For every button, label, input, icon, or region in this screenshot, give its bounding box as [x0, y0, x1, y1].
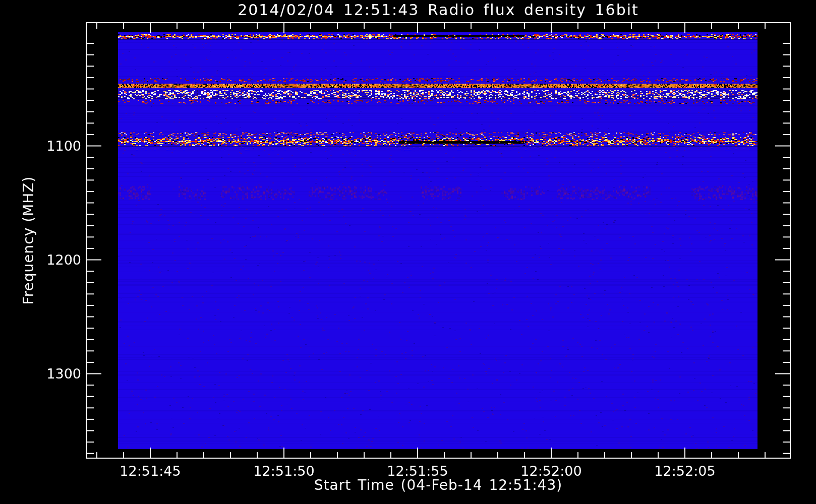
x-tick-label: 12:51:50: [228, 463, 339, 479]
axes-frame: [0, 0, 816, 504]
spectrogram-page: 2014/02/04 12:51:43 Radio flux density 1…: [0, 0, 816, 504]
x-tick-label: 12:51:45: [95, 463, 206, 479]
y-tick-label: 1100: [0, 138, 81, 154]
chart-title: 2014/02/04 12:51:43 Radio flux density 1…: [86, 1, 790, 19]
x-tick-label: 12:51:55: [362, 463, 473, 479]
plot-frame: [86, 23, 790, 458]
y-axis-label: Frequency (MHZ): [20, 176, 37, 305]
x-axis-label: Start Time (04-Feb-14 12:51:43): [86, 477, 790, 493]
x-tick-label: 12:52:00: [496, 463, 607, 479]
y-tick-label: 1200: [0, 252, 81, 268]
y-tick-label: 1300: [0, 366, 81, 382]
x-tick-label: 12:52:05: [629, 463, 740, 479]
